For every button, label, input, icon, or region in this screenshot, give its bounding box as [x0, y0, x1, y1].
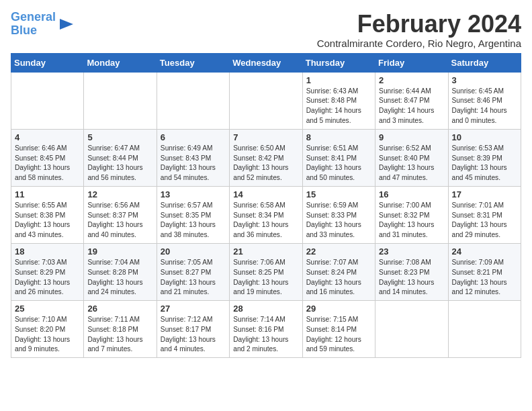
day-info: Sunrise: 7:10 AM Sunset: 8:20 PM Dayligh…	[15, 315, 80, 355]
day-cell	[375, 301, 448, 358]
day-number: 24	[452, 246, 517, 257]
day-info: Sunrise: 7:08 AM Sunset: 8:23 PM Dayligh…	[379, 258, 444, 298]
day-cell: 29Sunrise: 7:15 AM Sunset: 8:14 PM Dayli…	[302, 301, 375, 358]
day-number: 1	[306, 75, 371, 85]
week-row-1: 1Sunrise: 6:43 AM Sunset: 8:48 PM Daylig…	[11, 72, 521, 129]
day-number: 18	[15, 246, 80, 257]
day-info: Sunrise: 6:55 AM Sunset: 8:38 PM Dayligh…	[15, 201, 80, 240]
day-info: Sunrise: 6:58 AM Sunset: 8:34 PM Dayligh…	[233, 201, 298, 240]
day-cell	[84, 72, 157, 129]
title-area: February 2024 Contralmirante Cordero, Ri…	[317, 11, 521, 49]
day-cell: 11Sunrise: 6:55 AM Sunset: 8:38 PM Dayli…	[11, 186, 84, 243]
logo: General Blue	[11, 11, 76, 38]
day-number: 16	[379, 189, 444, 199]
day-info: Sunrise: 7:15 AM Sunset: 8:14 PM Dayligh…	[306, 315, 371, 355]
day-cell: 9Sunrise: 6:52 AM Sunset: 8:40 PM Daylig…	[375, 129, 448, 186]
day-number: 17	[452, 189, 517, 199]
day-cell: 2Sunrise: 6:44 AM Sunset: 8:47 PM Daylig…	[375, 72, 448, 129]
day-number: 15	[306, 189, 371, 199]
day-cell: 18Sunrise: 7:03 AM Sunset: 8:29 PM Dayli…	[11, 243, 84, 300]
day-cell: 14Sunrise: 6:58 AM Sunset: 8:34 PM Dayli…	[230, 186, 302, 243]
day-cell: 6Sunrise: 6:49 AM Sunset: 8:43 PM Daylig…	[157, 129, 229, 186]
day-cell: 26Sunrise: 7:11 AM Sunset: 8:18 PM Dayli…	[84, 301, 157, 358]
day-number: 8	[306, 132, 371, 142]
day-cell	[157, 72, 229, 129]
day-cell: 24Sunrise: 7:09 AM Sunset: 8:21 PM Dayli…	[448, 243, 521, 300]
week-row-3: 11Sunrise: 6:55 AM Sunset: 8:38 PM Dayli…	[11, 186, 521, 243]
day-cell	[11, 72, 84, 129]
day-info: Sunrise: 7:00 AM Sunset: 8:32 PM Dayligh…	[379, 201, 444, 240]
day-number: 6	[161, 132, 226, 142]
day-cell: 28Sunrise: 7:14 AM Sunset: 8:16 PM Dayli…	[230, 301, 302, 358]
day-number: 3	[452, 75, 517, 85]
day-number: 13	[161, 189, 226, 199]
day-number: 29	[306, 304, 371, 314]
day-info: Sunrise: 6:46 AM Sunset: 8:45 PM Dayligh…	[15, 144, 80, 183]
day-info: Sunrise: 6:53 AM Sunset: 8:39 PM Dayligh…	[452, 144, 517, 183]
svg-marker-0	[60, 19, 73, 30]
day-cell: 4Sunrise: 6:46 AM Sunset: 8:45 PM Daylig…	[11, 129, 84, 186]
day-cell: 10Sunrise: 6:53 AM Sunset: 8:39 PM Dayli…	[448, 129, 521, 186]
day-cell: 16Sunrise: 7:00 AM Sunset: 8:32 PM Dayli…	[375, 186, 448, 243]
day-number: 20	[161, 246, 226, 257]
day-number: 27	[161, 304, 226, 314]
day-info: Sunrise: 7:09 AM Sunset: 8:21 PM Dayligh…	[452, 258, 517, 298]
day-number: 12	[87, 189, 152, 199]
day-cell: 27Sunrise: 7:12 AM Sunset: 8:17 PM Dayli…	[157, 301, 229, 358]
day-cell: 21Sunrise: 7:06 AM Sunset: 8:25 PM Dayli…	[230, 243, 302, 300]
day-cell: 13Sunrise: 6:57 AM Sunset: 8:35 PM Dayli…	[157, 186, 229, 243]
day-info: Sunrise: 6:50 AM Sunset: 8:42 PM Dayligh…	[233, 144, 298, 183]
day-info: Sunrise: 7:12 AM Sunset: 8:17 PM Dayligh…	[161, 315, 226, 355]
day-cell: 20Sunrise: 7:05 AM Sunset: 8:27 PM Dayli…	[157, 243, 229, 300]
day-cell: 12Sunrise: 6:56 AM Sunset: 8:37 PM Dayli…	[84, 186, 157, 243]
weekday-header-saturday: Saturday	[448, 53, 521, 72]
day-cell	[448, 301, 521, 358]
day-info: Sunrise: 6:57 AM Sunset: 8:35 PM Dayligh…	[161, 201, 226, 240]
logo-text: General Blue	[11, 11, 56, 38]
weekday-header-friday: Friday	[375, 53, 448, 72]
logo-line1: General	[11, 10, 56, 24]
day-cell: 15Sunrise: 6:59 AM Sunset: 8:33 PM Dayli…	[302, 186, 375, 243]
day-info: Sunrise: 6:49 AM Sunset: 8:43 PM Dayligh…	[161, 144, 226, 183]
day-info: Sunrise: 7:04 AM Sunset: 8:28 PM Dayligh…	[87, 258, 152, 298]
weekday-header-sunday: Sunday	[11, 53, 84, 72]
calendar-table: SundayMondayTuesdayWednesdayThursdayFrid…	[11, 53, 521, 359]
week-row-4: 18Sunrise: 7:03 AM Sunset: 8:29 PM Dayli…	[11, 243, 521, 300]
day-info: Sunrise: 7:11 AM Sunset: 8:18 PM Dayligh…	[87, 315, 152, 355]
day-info: Sunrise: 7:06 AM Sunset: 8:25 PM Dayligh…	[233, 258, 298, 298]
day-number: 14	[233, 189, 298, 199]
day-number: 7	[233, 132, 298, 142]
day-info: Sunrise: 6:51 AM Sunset: 8:41 PM Dayligh…	[306, 144, 371, 183]
day-info: Sunrise: 7:01 AM Sunset: 8:31 PM Dayligh…	[452, 201, 517, 240]
day-number: 11	[15, 189, 80, 199]
day-number: 26	[87, 304, 152, 314]
day-info: Sunrise: 7:05 AM Sunset: 8:27 PM Dayligh…	[161, 258, 226, 298]
day-cell: 17Sunrise: 7:01 AM Sunset: 8:31 PM Dayli…	[448, 186, 521, 243]
day-number: 5	[87, 132, 152, 142]
day-cell: 5Sunrise: 6:47 AM Sunset: 8:44 PM Daylig…	[84, 129, 157, 186]
day-number: 21	[233, 246, 298, 257]
day-info: Sunrise: 7:14 AM Sunset: 8:16 PM Dayligh…	[233, 315, 298, 355]
day-number: 19	[87, 246, 152, 257]
day-number: 2	[379, 75, 444, 85]
day-cell	[230, 72, 302, 129]
day-number: 23	[379, 246, 444, 257]
weekday-header-tuesday: Tuesday	[157, 53, 229, 72]
day-cell: 23Sunrise: 7:08 AM Sunset: 8:23 PM Dayli…	[375, 243, 448, 300]
day-cell: 7Sunrise: 6:50 AM Sunset: 8:42 PM Daylig…	[230, 129, 302, 186]
weekday-header-wednesday: Wednesday	[230, 53, 302, 72]
logo-icon	[57, 15, 76, 34]
day-number: 4	[15, 132, 80, 142]
day-cell: 8Sunrise: 6:51 AM Sunset: 8:41 PM Daylig…	[302, 129, 375, 186]
day-info: Sunrise: 6:43 AM Sunset: 8:48 PM Dayligh…	[306, 87, 371, 126]
day-info: Sunrise: 6:47 AM Sunset: 8:44 PM Dayligh…	[87, 144, 152, 183]
weekday-header-row: SundayMondayTuesdayWednesdayThursdayFrid…	[11, 53, 521, 72]
day-cell: 1Sunrise: 6:43 AM Sunset: 8:48 PM Daylig…	[302, 72, 375, 129]
month-title: February 2024	[317, 11, 521, 38]
weekday-header-monday: Monday	[84, 53, 157, 72]
day-number: 25	[15, 304, 80, 314]
day-number: 28	[233, 304, 298, 314]
page-header: General Blue February 2024 Contralmirant…	[11, 11, 521, 49]
day-info: Sunrise: 7:03 AM Sunset: 8:29 PM Dayligh…	[15, 258, 80, 298]
logo-line2: Blue	[11, 24, 37, 37]
